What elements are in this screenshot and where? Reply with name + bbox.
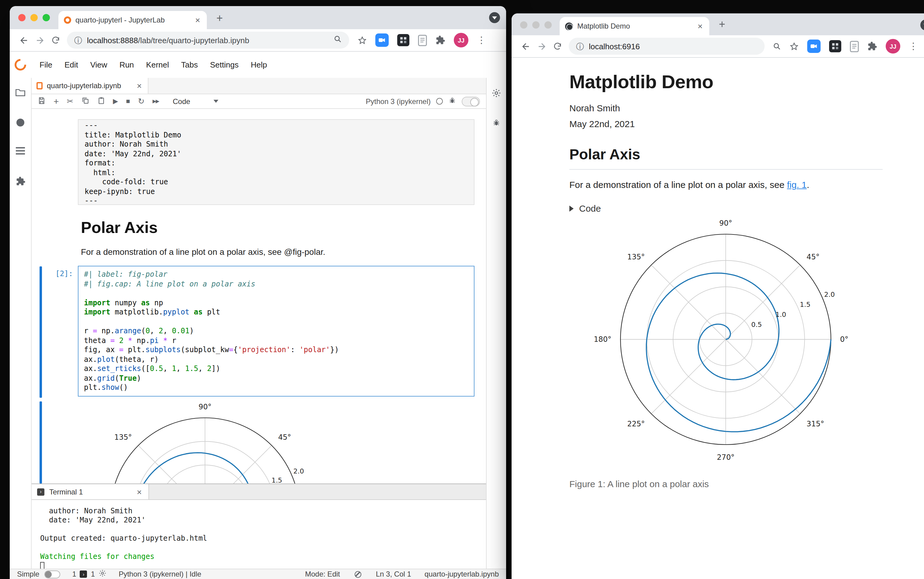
terminal-output[interactable]: author: Norah Smith date: 'May 22nd, 202… bbox=[32, 500, 486, 569]
file-browser-icon[interactable] bbox=[15, 88, 26, 99]
svg-text:135°: 135° bbox=[114, 433, 132, 442]
tab-close-icon[interactable]: × bbox=[697, 22, 704, 30]
document-extension-icon[interactable] bbox=[418, 34, 427, 46]
new-tab-button[interactable]: + bbox=[212, 10, 227, 26]
stop-kernel-button[interactable]: ■ bbox=[126, 98, 130, 105]
video-camera-extension-icon[interactable] bbox=[375, 33, 389, 47]
terminal-line: date: 'May 22nd, 2021' bbox=[40, 516, 486, 525]
terminal-tab[interactable]: › Terminal 1 × bbox=[32, 484, 149, 499]
notebook-tab-close-icon[interactable]: × bbox=[136, 82, 143, 90]
copy-cell-button[interactable] bbox=[81, 96, 89, 107]
terminal-tab-title: Terminal 1 bbox=[49, 487, 131, 496]
tab-overview-button[interactable] bbox=[920, 20, 924, 30]
tab-close-icon[interactable]: × bbox=[194, 16, 201, 25]
search-icon[interactable] bbox=[773, 42, 781, 50]
raw-frontmatter-cell[interactable]: --- title: Matplotlib Demo author: Norah… bbox=[78, 119, 474, 205]
back-button[interactable] bbox=[518, 38, 533, 54]
terminal-session-icon[interactable]: › bbox=[80, 571, 87, 578]
terminal-tab-close-icon[interactable]: × bbox=[136, 487, 143, 496]
grid-extension-icon[interactable] bbox=[397, 34, 409, 46]
menu-kernel[interactable]: Kernel bbox=[140, 60, 175, 69]
grid-extension-icon[interactable] bbox=[829, 40, 841, 52]
cursor-position[interactable]: Ln 3, Col 1 bbox=[376, 570, 411, 578]
fullscreen-window-button[interactable] bbox=[43, 14, 50, 21]
bookmark-star-icon[interactable] bbox=[790, 42, 799, 51]
simple-mode-toggle[interactable] bbox=[44, 570, 60, 578]
address-bar[interactable]: ⓘ localhost:8888/lab/tree/quarto-jupyter… bbox=[67, 32, 349, 49]
code-fold-toggle[interactable]: Code bbox=[569, 203, 883, 213]
menu-view[interactable]: View bbox=[84, 60, 113, 69]
run-cell-button[interactable]: ▶ bbox=[113, 98, 118, 105]
extensions-puzzle-icon[interactable] bbox=[435, 35, 445, 45]
fullscreen-window-button[interactable] bbox=[545, 21, 552, 29]
new-tab-button[interactable]: + bbox=[714, 16, 730, 32]
reload-button[interactable] bbox=[47, 32, 63, 48]
minimize-window-button[interactable] bbox=[532, 21, 540, 29]
right-browser-toolbar: ⓘ localhost:6916 JJ ⋮ bbox=[512, 35, 924, 58]
extensions-puzzle-icon[interactable] bbox=[867, 41, 877, 51]
mode-indicator[interactable]: Mode: Edit bbox=[305, 570, 340, 578]
kernel-status-text[interactable]: Python 3 (ipykernel) | Idle bbox=[119, 570, 201, 578]
browser-tab-jupyterlab[interactable]: quarto-jupyterl - JupyterLab × bbox=[59, 11, 207, 29]
figure-caption: Figure 1: A line plot on a polar axis bbox=[569, 479, 883, 489]
document-extension-icon[interactable] bbox=[850, 41, 859, 52]
cut-cell-button[interactable]: ✂ bbox=[67, 97, 74, 105]
kernels-count: 1 bbox=[91, 570, 95, 578]
back-button[interactable] bbox=[16, 32, 32, 48]
profile-avatar[interactable]: JJ bbox=[454, 33, 468, 47]
toolbar-toggle[interactable] bbox=[462, 96, 480, 106]
restart-run-all-button[interactable]: ▶▶ bbox=[152, 99, 159, 104]
raw-line: keep-ipynb: true bbox=[85, 187, 468, 196]
extension-manager-icon[interactable] bbox=[16, 177, 25, 188]
url-path: /lab/tree/quarto-jupyterlab.ipynb bbox=[138, 36, 249, 45]
rendered-page[interactable]: Matplotlib Demo Norah Smith May 22nd, 20… bbox=[512, 58, 924, 579]
kernel-name[interactable]: Python 3 (ipykernel) bbox=[366, 97, 431, 106]
add-cell-button[interactable]: + bbox=[54, 97, 59, 106]
browser-tab-demo[interactable]: Matplotlib Demo × bbox=[559, 17, 709, 35]
debugger-sidebar-bug-icon[interactable] bbox=[492, 119, 500, 129]
forward-button[interactable] bbox=[533, 38, 549, 54]
running-kernels-icon[interactable] bbox=[16, 119, 25, 126]
raw-line: --- bbox=[85, 196, 468, 205]
notebook-tab[interactable]: quarto-jupyterlab.ipynb × bbox=[32, 78, 149, 94]
menu-settings[interactable]: Settings bbox=[204, 60, 245, 69]
address-bar[interactable]: ⓘ localhost:6916 bbox=[569, 38, 765, 55]
jupyter-logo-icon bbox=[12, 57, 29, 73]
right-sidebar-strip bbox=[486, 78, 506, 569]
menu-run[interactable]: Run bbox=[113, 60, 140, 69]
site-info-icon[interactable]: ⓘ bbox=[576, 42, 584, 50]
figure-link[interactable]: fig. 1 bbox=[787, 180, 806, 190]
terminal-line bbox=[40, 525, 486, 534]
jupyterlab-main: quarto-jupyterlab.ipynb × + ✂ ▶ ■ ↻ ▶▶ C… bbox=[10, 78, 506, 569]
svg-text:45°: 45° bbox=[806, 253, 820, 261]
debugger-bug-icon[interactable] bbox=[448, 96, 456, 107]
close-window-button[interactable] bbox=[18, 14, 26, 21]
code-editor[interactable]: #| label: fig-polar#| fig.cap: A line pl… bbox=[78, 266, 474, 397]
property-inspector-gear-icon[interactable] bbox=[492, 88, 501, 100]
kernel-sessions-icon[interactable] bbox=[98, 569, 106, 579]
paste-cell-button[interactable] bbox=[97, 96, 105, 107]
menu-edit[interactable]: Edit bbox=[59, 60, 84, 69]
reload-button[interactable] bbox=[549, 38, 565, 54]
minimize-window-button[interactable] bbox=[30, 14, 38, 21]
menu-help[interactable]: Help bbox=[245, 60, 273, 69]
menu-file[interactable]: File bbox=[33, 60, 59, 69]
profile-avatar[interactable]: JJ bbox=[886, 39, 900, 54]
table-of-contents-icon[interactable] bbox=[16, 146, 25, 157]
browser-menu-icon[interactable]: ⋮ bbox=[909, 41, 918, 52]
restart-kernel-button[interactable]: ↻ bbox=[138, 97, 145, 105]
browser-menu-icon[interactable]: ⋮ bbox=[477, 35, 486, 46]
bookmark-star-icon[interactable] bbox=[358, 36, 367, 45]
markdown-paragraph: For a demonstration of a line plot on a … bbox=[81, 247, 325, 257]
search-icon[interactable] bbox=[334, 35, 342, 45]
site-info-icon[interactable]: ⓘ bbox=[74, 36, 82, 44]
forward-button[interactable] bbox=[32, 32, 47, 48]
save-button[interactable] bbox=[38, 96, 46, 107]
video-camera-extension-icon[interactable] bbox=[807, 39, 821, 53]
cell-type-dropdown[interactable]: Code bbox=[173, 97, 218, 106]
close-window-button[interactable] bbox=[520, 21, 527, 29]
tab-overview-button[interactable] bbox=[489, 12, 500, 23]
notebook-scroll-area[interactable]: --- title: Matplotlib Demo author: Norah… bbox=[32, 109, 486, 484]
raw-line: --- bbox=[85, 121, 468, 131]
menu-tabs[interactable]: Tabs bbox=[175, 60, 204, 69]
